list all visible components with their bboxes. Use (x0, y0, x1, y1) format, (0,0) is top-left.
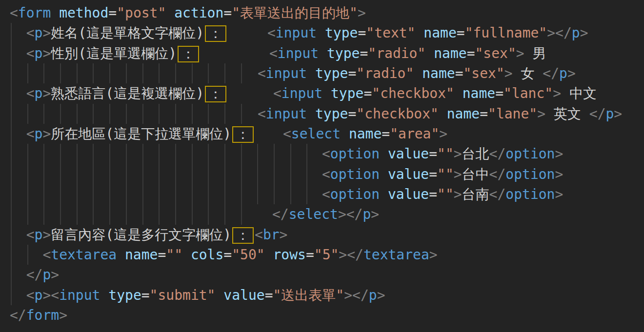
code-token: < (26, 227, 35, 243)
code-token: = (348, 65, 356, 81)
code-token: "50" (232, 247, 264, 263)
code-token (265, 247, 273, 263)
code-token: = (467, 45, 475, 61)
code-token: = (158, 247, 166, 263)
unicode-highlight-box: ： (178, 46, 199, 62)
code-token: > (51, 267, 59, 283)
code-token: p (559, 65, 567, 81)
aligned-code-segment: <option value="">台中</option> (322, 164, 563, 184)
code-editor[interactable]: <form method="post" action="表單送出的目的地"> <… (0, 0, 644, 332)
code-token: > (567, 65, 576, 81)
code-token: ></ (344, 287, 369, 303)
code-line[interactable]: <p>姓名(這是單格文字欄位)：<input type="text" name=… (10, 23, 644, 43)
code-token: p (35, 126, 43, 142)
code-token: name (463, 85, 495, 101)
code-token: > (553, 85, 561, 101)
code-token: p (572, 25, 580, 41)
code-token: = (141, 287, 150, 303)
code-token: br (263, 227, 280, 243)
code-token: 所在地區(這是下拉選單欄位) (51, 126, 231, 142)
code-token: < (10, 5, 18, 21)
code-token: < (26, 287, 35, 303)
code-line[interactable]: <option value="">台南</option> (10, 184, 644, 204)
code-token: p (35, 227, 43, 243)
code-token: > (555, 146, 563, 162)
code-line[interactable]: <p><input type="submit" value="送出表單"></p… (10, 285, 644, 305)
code-line[interactable]: <option value="">台中</option> (10, 164, 644, 184)
code-token: </ (272, 206, 289, 222)
code-token: < (26, 25, 35, 41)
code-token: input (266, 106, 307, 122)
code-token: > (42, 45, 51, 61)
code-token: < (26, 126, 35, 142)
code-line[interactable]: </select></p> (10, 204, 644, 224)
code-token: type (327, 45, 360, 61)
code-line[interactable]: <p>熟悉語言(這是複選欄位)：<input type="checkbox" n… (10, 83, 644, 103)
aligned-code-segment: <input type="radio" name="sex"> 男 (269, 43, 546, 63)
code-token (307, 106, 315, 122)
code-line[interactable]: <input type="radio" name="sex"> 女 </p> (10, 63, 644, 83)
code-token: select (289, 206, 338, 222)
aligned-code-segment: <input type="radio" name="sex"> 女 </p> (258, 63, 576, 83)
code-token: > (280, 227, 288, 243)
code-token: > (429, 247, 438, 263)
code-token (10, 287, 26, 303)
code-line[interactable]: <p>性別(這是單選欄位)：<input type="radio" name="… (10, 43, 644, 63)
code-line[interactable]: <form method="post" action="表單送出的目的地"> (10, 3, 644, 23)
code-token: 英文 (545, 106, 589, 122)
code-line[interactable]: <p>留言內容(這是多行文字欄位)：<br> (10, 225, 644, 245)
code-token: ></ (338, 206, 363, 222)
code-token: < (322, 146, 330, 162)
unicode-highlight-box: ： (205, 25, 226, 42)
code-token: "" (437, 146, 454, 162)
code-token: < (26, 85, 35, 101)
code-token (380, 146, 388, 162)
code-token: value (388, 186, 429, 202)
code-token (322, 85, 331, 101)
code-token: input (282, 85, 322, 101)
code-token: action (174, 5, 223, 21)
code-token: > (42, 85, 51, 101)
code-token: > (454, 146, 462, 162)
code-token: value (223, 287, 264, 303)
code-token (51, 5, 59, 21)
code-token: = (429, 166, 437, 182)
code-token: input (278, 45, 319, 61)
code-token (100, 287, 108, 303)
code-token (166, 5, 174, 21)
code-token: = (457, 25, 465, 41)
code-token: < (255, 227, 263, 243)
code-token (10, 227, 26, 243)
code-token: </ (489, 146, 506, 162)
code-token: "checkbox" (356, 106, 439, 122)
code-token: < (269, 45, 278, 61)
code-token: "" (437, 186, 454, 202)
code-token: 中文 (561, 85, 597, 101)
code-line[interactable]: <p>所在地區(這是下拉選單欄位)：<select name="area"> (10, 124, 644, 144)
code-token: > (555, 186, 563, 202)
code-token: "submit" (150, 287, 216, 303)
code-token: method (59, 5, 108, 21)
code-token: "text" (366, 25, 415, 41)
code-token: </ (589, 106, 606, 122)
code-token: "送出表單" (273, 287, 344, 303)
code-line[interactable]: <option value="">台北</option> (10, 144, 644, 164)
code-line[interactable]: </p> (10, 265, 644, 285)
code-token: "area" (390, 126, 439, 142)
code-token: name (423, 25, 456, 41)
code-token: < (267, 25, 276, 41)
code-token: 女 (513, 65, 543, 81)
code-token: < (51, 287, 59, 303)
code-token: > (580, 25, 588, 41)
code-token: ></ (339, 247, 363, 263)
code-line[interactable]: </form> (10, 305, 644, 325)
code-line[interactable]: <input type="checkbox" name="lane"> 英文 <… (10, 104, 644, 124)
code-token: "sex" (475, 45, 516, 61)
code-line[interactable]: <textarea name="" cols="50" rows="5"></t… (10, 245, 644, 265)
code-token: option (330, 146, 380, 162)
aligned-code-segment: <select name="area"> (283, 124, 447, 144)
code-token (380, 166, 388, 182)
code-token (10, 247, 42, 263)
code-token: option (330, 186, 380, 202)
code-token: p (362, 206, 371, 222)
